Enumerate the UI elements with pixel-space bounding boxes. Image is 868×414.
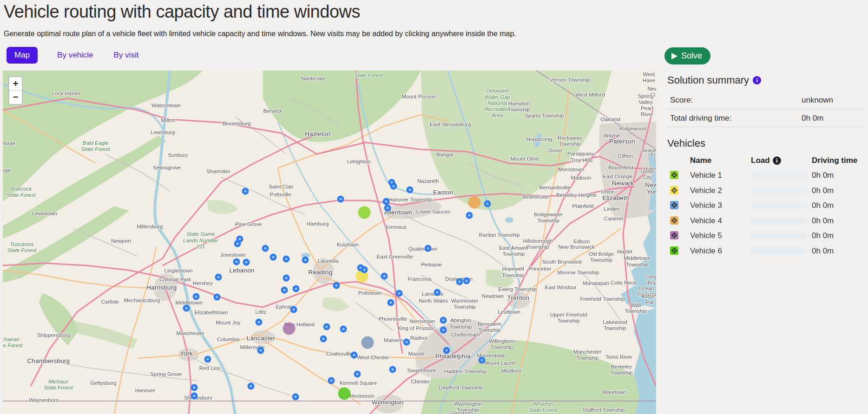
map-canvas[interactable]: + − Lock HavenWatsontownBerwickNanticoke… — [3, 71, 656, 414]
solve-button[interactable]: Solve — [664, 47, 710, 65]
info-icon[interactable]: i — [753, 76, 761, 84]
visit-marker[interactable] — [361, 266, 368, 273]
visit-marker[interactable] — [456, 278, 463, 285]
column-driving-time: Driving time — [812, 156, 857, 165]
visit-marker[interactable] — [262, 245, 269, 252]
visit-marker[interactable] — [396, 290, 403, 297]
vehicle-home-marker[interactable] — [361, 336, 374, 349]
visit-marker[interactable] — [292, 394, 299, 401]
visit-marker[interactable] — [354, 371, 361, 378]
tab-map[interactable]: Map — [7, 47, 38, 64]
visit-marker[interactable] — [434, 289, 441, 296]
vehicle-row: Vehicle 50h 0m — [667, 230, 863, 246]
vehicle-name: Vehicle 6 — [690, 246, 722, 256]
visit-marker[interactable] — [191, 384, 197, 391]
visit-marker[interactable] — [403, 339, 410, 346]
vehicle-load-bar — [751, 248, 807, 254]
visit-marker[interactable] — [383, 198, 390, 205]
visit-marker[interactable] — [234, 240, 241, 247]
vehicle-load-bar — [751, 172, 807, 179]
visit-marker[interactable] — [243, 259, 250, 265]
crosshairs-icon — [671, 172, 677, 178]
zoom-in-button[interactable]: + — [9, 77, 22, 91]
vehicle-driving-time: 0h 0m — [812, 186, 834, 195]
vehicle-marker-icon — [670, 246, 678, 255]
visit-marker[interactable] — [484, 201, 491, 207]
visit-marker[interactable] — [215, 273, 222, 280]
visit-marker[interactable] — [183, 305, 190, 312]
visit-marker[interactable] — [191, 392, 197, 399]
visit-marker[interactable] — [388, 299, 395, 306]
page-subtitle: Generate optimal route plan of a vehicle… — [4, 30, 516, 38]
vehicle-row: Vehicle 40h 0m — [667, 215, 863, 231]
visit-marker[interactable] — [233, 259, 240, 265]
vehicle-driving-time: 0h 0m — [812, 231, 834, 240]
visit-marker[interactable] — [390, 182, 397, 189]
tab-by-vehicle[interactable]: By vehicle — [56, 47, 94, 64]
visit-marker[interactable] — [466, 212, 473, 219]
visit-marker[interactable] — [290, 306, 297, 313]
vehicle-load-bar — [751, 202, 807, 209]
visit-marker[interactable] — [214, 294, 221, 301]
vehicle-marker-icon — [670, 201, 678, 209]
vehicle-name: Vehicle 5 — [690, 231, 722, 240]
visit-marker[interactable] — [248, 383, 255, 390]
visit-marker[interactable] — [293, 285, 300, 292]
vehicle-home-marker[interactable] — [358, 207, 370, 219]
visit-marker[interactable] — [440, 326, 447, 333]
vehicle-driving-time: 0h 0m — [812, 171, 834, 180]
play-icon — [671, 52, 678, 60]
visit-marker[interactable] — [463, 277, 470, 284]
visit-marker[interactable] — [283, 274, 290, 281]
visit-marker[interactable] — [443, 347, 450, 354]
map-base-tiles — [3, 71, 656, 414]
visit-marker[interactable] — [384, 205, 391, 212]
visit-marker[interactable] — [389, 366, 396, 373]
vehicle-marker-icon — [670, 186, 678, 194]
crosshairs-icon — [671, 187, 677, 194]
visit-marker[interactable] — [257, 347, 264, 354]
visit-marker[interactable] — [193, 293, 200, 300]
visit-marker[interactable] — [381, 273, 388, 280]
visit-marker[interactable] — [328, 377, 335, 384]
zoom-out-button[interactable]: − — [9, 91, 22, 104]
visit-marker[interactable] — [242, 188, 249, 194]
visit-marker[interactable] — [351, 351, 358, 358]
vehicle-row: Vehicle 60h 0m — [667, 246, 863, 261]
vehicle-name: Vehicle 3 — [690, 201, 722, 210]
visit-marker[interactable] — [302, 256, 309, 263]
vehicle-row: Vehicle 20h 0m — [667, 185, 863, 201]
vehicles-title: Vehicles — [667, 137, 705, 149]
visit-marker[interactable] — [281, 286, 288, 293]
crosshairs-icon — [671, 247, 677, 254]
solution-summary-title: Solution summary — [667, 74, 749, 86]
visit-marker[interactable] — [323, 323, 330, 330]
right-panel: Solution summary i Score: unknown Total … — [667, 74, 863, 260]
tab-by-visit[interactable]: By visit — [113, 47, 140, 64]
vehicle-home-marker[interactable] — [283, 322, 295, 335]
visit-marker[interactable] — [337, 195, 344, 202]
visit-marker[interactable] — [440, 317, 447, 323]
visit-marker[interactable] — [340, 326, 347, 333]
visit-marker[interactable] — [425, 245, 432, 252]
vehicle-rows: Vehicle 10h 0mVehicle 20h 0mVehicle 30h … — [667, 170, 863, 260]
total-driving-time-row: Total driving time: 0h 0m — [667, 109, 863, 127]
visit-marker[interactable] — [283, 256, 290, 263]
vehicle-home-marker[interactable] — [338, 388, 351, 400]
vehicle-driving-time: 0h 0m — [812, 246, 834, 256]
info-icon[interactable]: i — [773, 156, 781, 165]
visit-marker[interactable] — [478, 356, 485, 363]
tab-bar: Map By vehicle By visit — [7, 47, 139, 64]
vehicles-table: Name Load i Driving time Vehicle 10h 0mV… — [667, 156, 863, 260]
vehicle-home-marker[interactable] — [468, 196, 481, 209]
visit-marker[interactable] — [204, 356, 211, 363]
visit-marker[interactable] — [320, 335, 327, 342]
visit-marker[interactable] — [256, 318, 263, 325]
vehicle-marker-icon — [670, 216, 678, 225]
visit-marker[interactable] — [406, 186, 413, 193]
vehicle-load-bar — [751, 218, 807, 224]
vehicle-marker-icon — [670, 231, 678, 239]
visit-marker[interactable] — [333, 282, 340, 289]
visit-marker[interactable] — [270, 253, 277, 260]
score-label: Score: — [670, 96, 693, 105]
